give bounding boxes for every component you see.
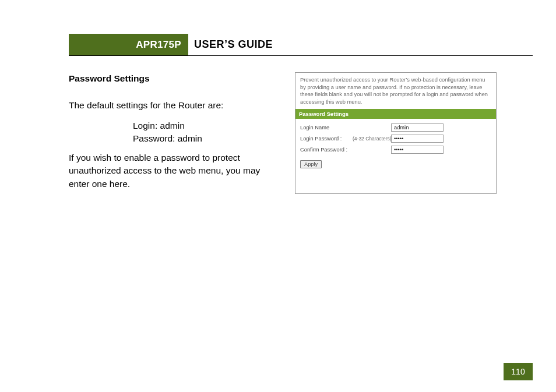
body-text: If you wish to enable a password to prot… — [69, 151, 279, 190]
login-password-hint: (4-32 Characters) — [353, 136, 388, 142]
document-page: APR175P USER’S GUIDE Password Settings T… — [0, 0, 556, 392]
credentials-block: Login: admin Password: admin — [133, 119, 279, 146]
section-heading: Password Settings — [69, 72, 279, 85]
apply-button[interactable]: Apply — [300, 160, 322, 168]
confirm-password-label: Confirm Password : — [300, 147, 349, 153]
model-badge: APR175P — [69, 34, 188, 55]
confirm-password-row: Confirm Password : ••••• — [300, 146, 491, 154]
default-password: Password: admin — [133, 132, 279, 145]
default-login: Login: admin — [133, 119, 279, 132]
screenshot-header-bar: Password Settings — [295, 109, 496, 119]
screenshot-note: Prevent unauthorized access to your Rout… — [295, 73, 496, 109]
login-password-input[interactable]: ••••• — [391, 135, 444, 143]
left-column: Password Settings The default settings f… — [69, 72, 279, 194]
login-password-label: Login Password : — [300, 136, 349, 142]
login-password-row: Login Password : (4-32 Characters) ••••• — [300, 135, 491, 143]
page-header: APR175P USER’S GUIDE — [69, 34, 533, 56]
model-text: APR175P — [136, 39, 181, 51]
screenshot-form: Login Name admin Login Password : (4-32 … — [295, 119, 496, 175]
content-columns: Password Settings The default settings f… — [69, 72, 533, 194]
intro-text: The default settings for the Router are: — [69, 99, 279, 112]
page-title: USER’S GUIDE — [188, 34, 279, 55]
confirm-password-input[interactable]: ••••• — [391, 146, 444, 154]
login-name-label: Login Name — [300, 125, 349, 130]
login-name-row: Login Name admin — [300, 123, 491, 132]
page-number-text: 110 — [511, 367, 525, 376]
page-number: 110 — [504, 363, 533, 380]
embedded-screenshot: Prevent unauthorized access to your Rout… — [295, 72, 497, 194]
login-name-input[interactable]: admin — [391, 123, 444, 132]
